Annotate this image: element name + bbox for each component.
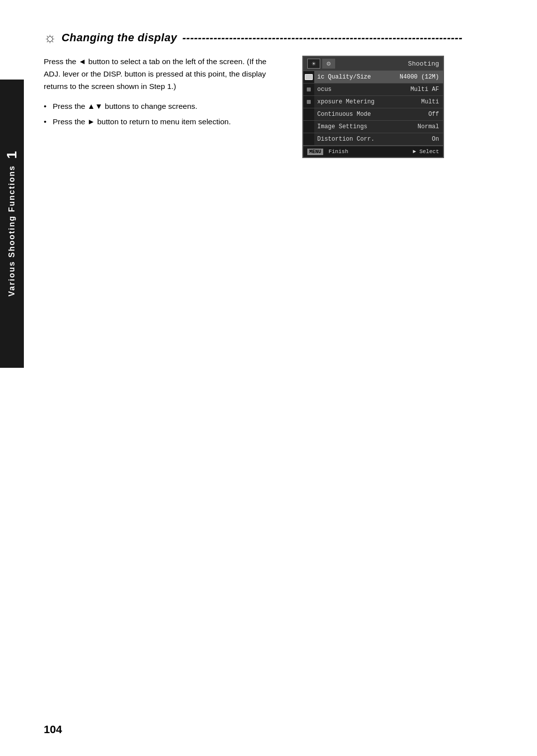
text-section: Press the ◄ button to select a tab on th… xyxy=(44,56,282,158)
row-label-3: xposure Metering xyxy=(314,96,398,108)
page: 1 Various Shooting Functions ☼ Changing … xyxy=(0,0,537,756)
row-indicator-2 xyxy=(303,84,314,95)
main-content: ☼ Changing the display -----------------… xyxy=(44,30,507,158)
select-label: Select xyxy=(419,149,439,155)
footer-finish: Finish xyxy=(329,149,349,155)
row-indicator-4 xyxy=(303,108,314,120)
page-number: 104 xyxy=(44,723,62,736)
footer-menu: MENU Finish xyxy=(307,149,348,155)
content-row: Press the ◄ button to select a tab on th… xyxy=(44,56,507,158)
bullet-item-1: Press the ▲▼ buttons to change screens. xyxy=(44,100,282,113)
row-indicator-6 xyxy=(303,133,314,145)
settings-tab-icon: ⚙ xyxy=(322,59,335,69)
row-value-3: Multi xyxy=(398,96,443,108)
table-row: ocus Multi AF xyxy=(303,84,443,96)
row-label-1: ic Quality/Size xyxy=(314,71,396,83)
select-arrow: ► xyxy=(413,149,416,155)
bullet-list: Press the ▲▼ buttons to change screens. … xyxy=(44,100,282,128)
row-label-6: Distortion Corr. xyxy=(314,133,398,145)
menu-label: MENU xyxy=(307,149,323,155)
screen-tabs: ☀ ⚙ xyxy=(307,59,335,69)
row-label-5: Image Settings xyxy=(314,121,398,133)
camera-screen: ☀ ⚙ Shooting ic Quality/Size N xyxy=(302,56,444,158)
row-value-4: Off xyxy=(398,108,443,120)
row-value-1: N4000 (12M) xyxy=(396,71,443,83)
footer-select: ► Select xyxy=(413,149,439,155)
screen-header: ☀ ⚙ Shooting xyxy=(303,57,443,71)
row-value-2: Multi AF xyxy=(398,84,443,95)
screen-title: Shooting xyxy=(408,60,439,68)
selected-indicator xyxy=(305,74,313,80)
table-row: ic Quality/Size N4000 (12M) xyxy=(303,71,443,84)
sidebar-tab: 1 Various Shooting Functions xyxy=(0,80,24,368)
row-label-4: Continuous Mode xyxy=(314,108,398,120)
title-dashes: ----------------------------------------… xyxy=(182,31,462,44)
row-value-6: On xyxy=(398,133,443,145)
table-row: Distortion Corr. On xyxy=(303,133,443,146)
row-value-5: Normal xyxy=(398,121,443,133)
table-row: Continuous Mode Off xyxy=(303,108,443,121)
screen-footer: MENU Finish ► Select xyxy=(303,146,443,157)
main-paragraph: Press the ◄ button to select a tab on th… xyxy=(44,56,282,92)
row-indicator-1 xyxy=(303,71,314,83)
lightbulb-icon: ☼ xyxy=(44,30,57,46)
camera-tab-icon: ☀ xyxy=(307,59,320,69)
table-row: xposure Metering Multi xyxy=(303,96,443,108)
section-title: Changing the display -------------------… xyxy=(62,31,463,44)
row-indicator-5 xyxy=(303,121,314,133)
bullet-item-2: Press the ► button to return to menu ite… xyxy=(44,116,282,128)
row-label-2: ocus xyxy=(314,84,398,95)
section-header: ☼ Changing the display -----------------… xyxy=(44,30,507,46)
row-indicator-3 xyxy=(303,96,314,108)
sidebar-text: Various Shooting Functions xyxy=(7,165,16,296)
table-row: Image Settings Normal xyxy=(303,121,443,133)
sidebar-number: 1 xyxy=(4,151,20,159)
